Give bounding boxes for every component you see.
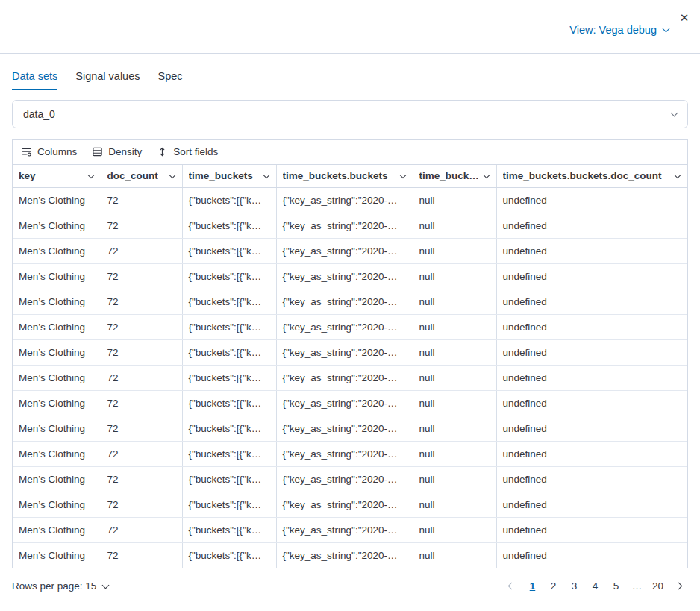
table-cell[interactable]: {"key_as_string":"2020-… [276,263,413,289]
table-cell[interactable]: {"key_as_string":"2020-… [276,238,413,263]
table-cell[interactable]: null [413,187,496,213]
table-cell[interactable]: 72 [101,390,182,416]
table-cell[interactable]: 72 [101,441,182,466]
page-button[interactable]: 2 [544,577,563,595]
sort-fields-button[interactable]: Sort fields [157,146,218,157]
table-cell[interactable]: null [413,416,496,441]
table-cell[interactable]: undefined [496,390,687,416]
table-cell[interactable]: Men’s Clothing [13,314,101,339]
close-button[interactable]: ✕ [675,9,693,27]
table-cell[interactable]: Men’s Clothing [13,263,101,289]
table-cell[interactable]: Men’s Clothing [13,441,101,466]
page-button[interactable]: 4 [586,577,604,595]
table-cell[interactable]: 72 [101,314,182,339]
table-cell[interactable]: {"buckets":[{"k… [182,187,276,213]
table-cell[interactable]: {"buckets":[{"k… [182,213,276,238]
table-cell[interactable]: {"buckets":[{"k… [182,339,276,365]
page-button[interactable]: 1 [523,577,542,595]
table-cell[interactable]: 72 [101,492,182,517]
table-cell[interactable]: null [413,492,496,517]
table-cell[interactable]: 72 [101,263,182,289]
table-cell[interactable]: 72 [101,289,182,314]
table-cell[interactable]: Men’s Clothing [13,390,101,416]
table-cell[interactable]: Men’s Clothing [13,466,101,492]
density-button[interactable]: Density [92,146,142,157]
tab-signal-values[interactable]: Signal values [75,70,140,90]
table-cell[interactable]: {"buckets":[{"k… [182,542,276,568]
table-cell[interactable]: Men’s Clothing [13,238,101,263]
table-cell[interactable]: null [413,517,496,542]
table-cell[interactable]: {"key_as_string":"2020-… [276,441,413,466]
table-cell[interactable]: {"key_as_string":"2020-… [276,289,413,314]
table-cell[interactable]: {"buckets":[{"k… [182,517,276,542]
table-cell[interactable]: undefined [496,238,687,263]
tab-spec[interactable]: Spec [158,70,183,90]
table-cell[interactable]: {"key_as_string":"2020-… [276,365,413,390]
table-cell[interactable]: {"buckets":[{"k… [182,263,276,289]
table-cell[interactable]: null [413,390,496,416]
table-cell[interactable]: {"key_as_string":"2020-… [276,466,413,492]
table-cell[interactable]: undefined [496,466,687,492]
table-cell[interactable]: {"buckets":[{"k… [182,390,276,416]
table-cell[interactable]: 72 [101,187,182,213]
table-cell[interactable]: undefined [496,441,687,466]
column-header-time-buckets-buckets-doc-count[interactable]: time_buckets.buckets.doc_count [496,165,687,187]
column-header-time-buckets[interactable]: time_buckets [182,165,276,187]
table-cell[interactable]: null [413,542,496,568]
table-cell[interactable]: Men’s Clothing [13,289,101,314]
table-cell[interactable]: null [413,365,496,390]
table-cell[interactable]: {"key_as_string":"2020-… [276,339,413,365]
table-cell[interactable]: {"key_as_string":"2020-… [276,517,413,542]
table-cell[interactable]: {"buckets":[{"k… [182,466,276,492]
table-cell[interactable]: Men’s Clothing [13,517,101,542]
table-cell[interactable]: undefined [496,187,687,213]
table-cell[interactable]: undefined [496,263,687,289]
table-cell[interactable]: null [413,339,496,365]
prev-page-button[interactable] [502,577,521,595]
table-cell[interactable]: 72 [101,542,182,568]
table-cell[interactable]: {"key_as_string":"2020-… [276,390,413,416]
table-cell[interactable]: 72 [101,339,182,365]
table-cell[interactable]: null [413,314,496,339]
column-header-time-buckets-buckets[interactable]: time_buckets.buckets [276,165,413,187]
table-cell[interactable]: {"buckets":[{"k… [182,492,276,517]
table-cell[interactable]: undefined [496,492,687,517]
table-cell[interactable]: undefined [496,314,687,339]
table-cell[interactable]: null [413,238,496,263]
table-cell[interactable]: null [413,289,496,314]
table-cell[interactable]: Men’s Clothing [13,339,101,365]
table-cell[interactable]: {"key_as_string":"2020-… [276,187,413,213]
table-cell[interactable]: Men’s Clothing [13,492,101,517]
table-cell[interactable]: undefined [496,542,687,568]
table-cell[interactable]: undefined [496,517,687,542]
table-cell[interactable]: undefined [496,365,687,390]
table-cell[interactable]: {"key_as_string":"2020-… [276,542,413,568]
view-selector[interactable]: View: Vega debug [569,24,669,36]
tab-data-sets[interactable]: Data sets [12,70,57,90]
table-cell[interactable]: {"buckets":[{"k… [182,314,276,339]
page-button[interactable]: 20 [649,577,667,595]
table-cell[interactable]: null [413,213,496,238]
column-header-key[interactable]: key [13,165,101,187]
table-cell[interactable]: 72 [101,213,182,238]
table-cell[interactable]: null [413,466,496,492]
table-cell[interactable]: 72 [101,238,182,263]
table-cell[interactable]: undefined [496,289,687,314]
table-cell[interactable]: null [413,263,496,289]
table-cell[interactable]: 72 [101,416,182,441]
table-cell[interactable]: {"key_as_string":"2020-… [276,416,413,441]
table-cell[interactable]: Men’s Clothing [13,187,101,213]
table-cell[interactable]: {"buckets":[{"k… [182,289,276,314]
table-cell[interactable]: undefined [496,213,687,238]
table-cell[interactable]: Men’s Clothing [13,416,101,441]
columns-button[interactable]: Columns [21,146,77,157]
table-cell[interactable]: {"key_as_string":"2020-… [276,213,413,238]
table-cell[interactable]: {"buckets":[{"k… [182,238,276,263]
table-cell[interactable]: Men’s Clothing [13,213,101,238]
table-cell[interactable]: 72 [101,466,182,492]
table-cell[interactable]: {"key_as_string":"2020-… [276,492,413,517]
table-cell[interactable]: {"buckets":[{"k… [182,441,276,466]
table-cell[interactable]: Men’s Clothing [13,365,101,390]
table-cell[interactable]: 72 [101,365,182,390]
table-cell[interactable]: {"key_as_string":"2020-… [276,314,413,339]
